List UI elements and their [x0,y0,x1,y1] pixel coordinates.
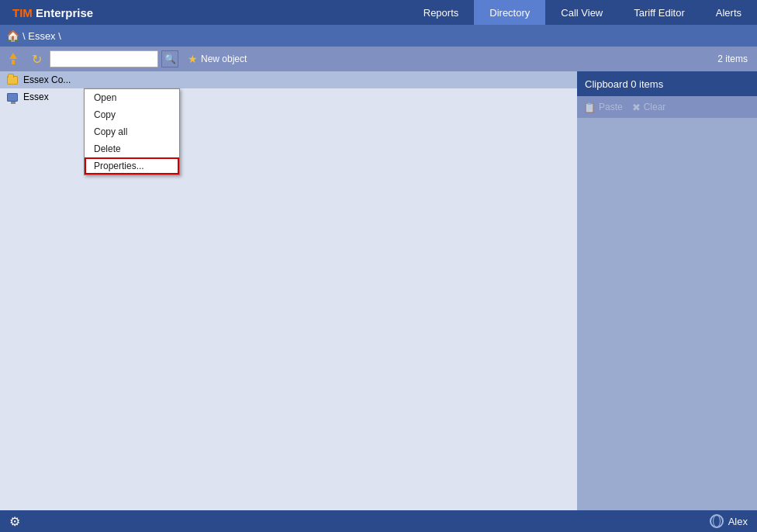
user-icon [710,514,724,528]
refresh-icon: ↻ [32,52,42,67]
ctx-delete[interactable]: Delete [85,140,179,157]
ctx-copy-all[interactable]: Copy all [85,123,179,140]
ctx-open[interactable]: Open [85,89,179,106]
item-name: Essex [23,92,49,102]
main: Essex Co... Essex Open Copy Copy all Del… [0,71,757,510]
clipboard-header: Clipboard 0 items [577,71,757,96]
search-input[interactable] [50,50,158,67]
breadcrumb: 🏠 \ Essex \ [0,25,757,47]
nav-directory[interactable]: Directory [474,0,545,25]
header: TIM Enterprise Reports Directory Call Vi… [0,0,757,25]
logo-enterprise: Enterprise [33,6,93,19]
new-object-icon: ★ [188,53,198,65]
search-button[interactable]: 🔍 [161,50,178,67]
clear-label: Clear [644,102,666,112]
clipboard-panel: Clipboard 0 items 📋 Paste ✖ Clear [577,71,757,510]
user-info: Alex [710,514,748,528]
clipboard-label: Clipboard [585,78,628,90]
refresh-button[interactable]: ↻ [26,50,47,68]
search-icon: 🔍 [164,54,176,64]
nav-reports[interactable]: Reports [408,0,475,25]
paste-label: Paste [599,102,623,112]
ctx-copy[interactable]: Copy [85,106,179,123]
nav: Reports Directory Call View Tariff Edito… [408,0,757,25]
logo: TIM Enterprise [0,6,105,19]
settings-icon[interactable]: ⚙ [9,514,20,529]
breadcrumb-text: \ Essex \ [22,30,61,42]
context-menu: Open Copy Copy all Delete Properties... [84,88,180,175]
items-count: 2 items [717,54,754,64]
paste-icon: 📋 [583,102,596,113]
user-name: Alex [728,516,748,527]
statusbar: ⚙ Alex [0,510,757,532]
new-object-label: New object [201,54,247,64]
new-object-button[interactable]: ★ New object [181,51,253,67]
clipboard-content [577,118,757,510]
directory-panel: Essex Co... Essex Open Copy Copy all Del… [0,71,577,510]
folder-icon [6,74,19,86]
clipboard-toolbar: 📋 Paste ✖ Clear [577,96,757,118]
nav-tariff-editor[interactable]: Tariff Editor [618,0,700,25]
home-icon[interactable]: 🏠 [6,29,19,42]
clear-icon: ✖ [632,102,641,113]
logo-tim: TIM [12,6,33,19]
paste-button[interactable]: 📋 Paste [583,102,623,113]
clipboard-count: 0 items [631,78,663,90]
ctx-properties[interactable]: Properties... [85,157,179,174]
clear-button[interactable]: ✖ Clear [632,102,666,113]
list-item[interactable]: Essex Co... [0,71,577,88]
nav-alerts[interactable]: Alerts [700,0,757,25]
nav-call-view[interactable]: Call View [545,0,618,25]
monitor-icon [6,91,19,103]
item-name: Essex Co... [23,74,71,85]
toolbar: ↻ 🔍 ★ New object 2 items [0,47,757,71]
upload-button[interactable] [3,50,23,68]
